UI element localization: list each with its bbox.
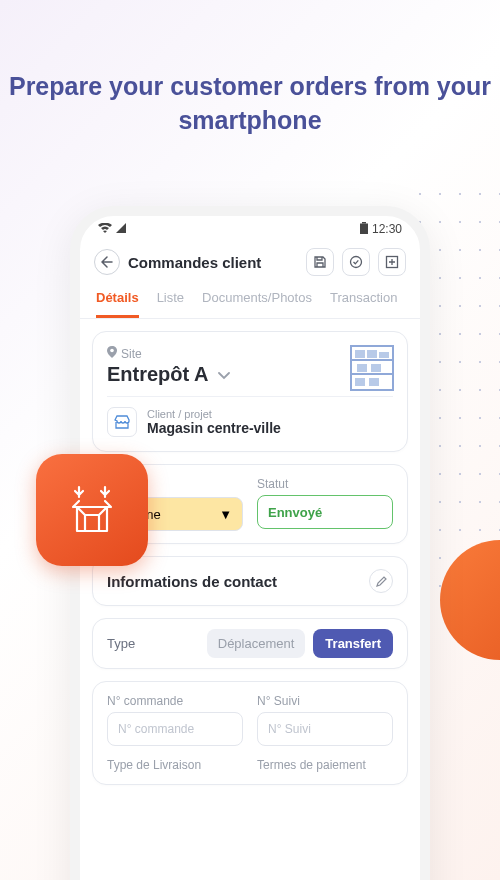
tab-list[interactable]: Liste [157,290,184,318]
tracking-input[interactable]: N° Suivi [257,712,393,746]
status-label: Statut [257,477,393,491]
type-row: Type Déplacement Transfert [92,618,408,669]
delivery-label: Type de Livraison [107,758,243,772]
svg-rect-0 [362,222,366,224]
client-value: Magasin centre-ville [147,420,281,436]
store-icon [107,407,137,437]
site-value: Entrepôt A [107,363,208,386]
svg-rect-1 [360,223,368,234]
battery-icon [360,222,368,237]
app-header: Commandes client [80,242,420,282]
type-option-deplacement[interactable]: Déplacement [207,629,306,658]
contact-title: Informations de contact [107,573,277,590]
page-title: Commandes client [128,254,298,271]
client-label: Client / projet [147,408,281,420]
tab-transactions[interactable]: Transaction [330,290,397,318]
client-row[interactable]: Client / projet Magasin centre-ville [107,396,393,451]
tab-documents[interactable]: Documents/Photos [202,290,312,318]
type-option-transfert[interactable]: Transfert [313,629,393,658]
status-pill: Ennvoyé [257,495,393,529]
marketing-headline: Prepare your customer orders from your s… [0,70,500,138]
wifi-icon [98,222,112,236]
chevron-down-icon [218,366,230,384]
svg-rect-13 [355,378,365,386]
svg-rect-14 [369,378,379,386]
contact-section-header: Informations de contact [92,556,408,606]
pin-icon [107,346,117,361]
back-button[interactable] [94,249,120,275]
svg-rect-10 [379,352,389,358]
status-bar: 12:30 [80,216,420,242]
payment-label: Termes de paiement [257,758,393,772]
status-time: 12:30 [372,222,402,236]
svg-rect-11 [357,364,367,372]
tabs: Détails Liste Documents/Photos Transacti… [80,282,420,319]
warehouse-illustration [317,338,395,394]
order-no-label: N° commande [107,694,243,708]
save-button[interactable] [306,248,334,276]
tracking-label: N° Suivi [257,694,393,708]
app-icon [36,454,148,566]
order-fields-card: N° commande N° commande N° Suivi N° Suiv… [92,681,408,785]
svg-rect-8 [355,350,365,358]
svg-point-4 [110,349,114,353]
order-no-input[interactable]: N° commande [107,712,243,746]
site-card: Site Entrepôt A [92,331,408,452]
confirm-button[interactable] [342,248,370,276]
edit-button[interactable] [369,569,393,593]
add-button[interactable] [378,248,406,276]
svg-rect-9 [367,350,377,358]
type-label: Type [107,636,135,651]
svg-rect-12 [371,364,381,372]
signal-icon [116,222,126,236]
tab-details[interactable]: Détails [96,290,139,318]
caret-down-icon: ▼ [219,507,232,522]
